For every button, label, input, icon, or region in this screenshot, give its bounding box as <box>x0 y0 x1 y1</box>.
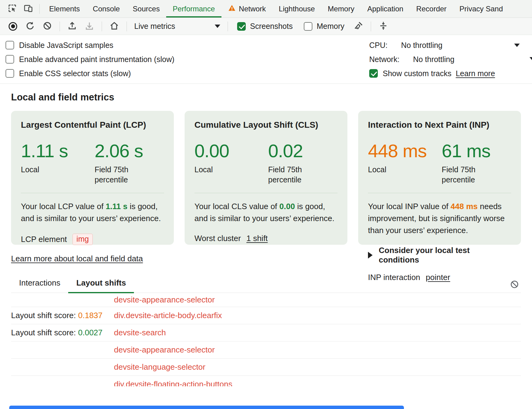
tab-label: Interactions <box>19 278 60 287</box>
tab-label: Lighthouse <box>279 5 315 13</box>
worst-cluster-shift-link[interactable]: 1 shift <box>246 234 268 243</box>
cls-field-label: Field 75th percentile <box>268 165 314 185</box>
tab-interactions[interactable]: Interactions <box>11 278 68 293</box>
devtools-tab-bar: Elements Console Sources Performance Net… <box>0 0 532 18</box>
live-metrics-home-button[interactable] <box>106 20 122 33</box>
advanced-paint-row[interactable]: Enable advanced paint instrumentation (s… <box>6 52 174 66</box>
reload-icon <box>25 21 35 32</box>
score-label: Layout shift score: <box>11 311 78 320</box>
custom-tracks-label: Show custom tracks <box>383 69 452 78</box>
broom-icon <box>354 21 363 32</box>
disable-js-samples-row[interactable]: Disable JavaScript samples <box>6 38 174 52</box>
device-toolbar-button[interactable] <box>20 0 36 18</box>
custom-tracks-learn-more-link[interactable]: Learn more <box>456 69 495 78</box>
score-value: 0.0027 <box>78 328 103 337</box>
memory-checkbox-row[interactable]: Memory <box>299 22 349 31</box>
node-link[interactable]: devsite-appearance-selector <box>114 345 215 355</box>
custom-tracks-row[interactable]: Show custom tracks Learn more <box>369 66 520 80</box>
inp-local-label: Local <box>368 165 414 175</box>
cpu-label: CPU: <box>369 41 388 50</box>
node-link[interactable]: devsite-search <box>114 328 166 337</box>
collect-garbage-button[interactable] <box>350 20 366 33</box>
tab-layout-shifts[interactable]: Layout shifts <box>68 278 134 293</box>
cls-card: Cumulative Layout Shift (CLS) 0.00 Local… <box>185 111 347 245</box>
separator <box>39 4 40 14</box>
table-row[interactable]: devsite-language-selector <box>11 359 521 376</box>
tab-performance[interactable]: Performance <box>166 0 221 18</box>
local-test-conditions-expander[interactable]: Consider your local test conditions <box>368 246 511 265</box>
panel-tabs: Elements Console Sources Performance Net… <box>43 0 509 18</box>
node-link[interactable]: div.devsite-floating-action-buttons <box>114 380 232 386</box>
node-link[interactable]: devsite-language-selector <box>114 362 205 372</box>
tab-label: Sources <box>133 5 160 13</box>
cls-desc-pre: Your local CLS value of <box>194 202 280 211</box>
local-field-metrics-heading: Local and field metrics <box>11 92 521 103</box>
lcp-local-label: Local <box>21 165 67 175</box>
tab-elements[interactable]: Elements <box>43 0 86 18</box>
tab-memory[interactable]: Memory <box>321 0 361 18</box>
divider <box>194 193 338 193</box>
separator <box>371 21 371 31</box>
inspect-element-button[interactable] <box>4 0 20 18</box>
save-profile-button[interactable] <box>81 20 97 33</box>
table-row[interactable]: Layout shift score: 0.1837 div.devsite-a… <box>11 307 521 324</box>
capture-options-left: Disable JavaScript samples Enable advanc… <box>6 38 174 80</box>
score-value: 0.1837 <box>78 311 103 320</box>
inp-field-value: 61 ms <box>442 140 490 162</box>
lcp-field-value: 2.06 s <box>95 140 143 162</box>
cls-local-label: Local <box>194 165 241 175</box>
disable-js-samples-checkbox[interactable] <box>6 41 14 49</box>
cpu-throttling-value: No throttling <box>401 41 443 50</box>
screenshots-checkbox-row[interactable]: Screenshots <box>232 22 298 31</box>
device-toolbar-icon <box>23 3 33 14</box>
block-icon <box>510 285 519 290</box>
lcp-element-node-link[interactable]: img <box>72 234 93 245</box>
tab-network[interactable]: Network <box>221 0 272 18</box>
tab-privacy-sandbox[interactable]: Privacy Sand <box>453 0 509 18</box>
tab-label: Memory <box>328 5 354 13</box>
record-button[interactable] <box>5 20 21 33</box>
inp-field-label: Field 75th percentile <box>442 165 488 185</box>
advanced-paint-checkbox[interactable] <box>6 55 14 64</box>
tab-lighthouse[interactable]: Lighthouse <box>272 0 321 18</box>
tab-console[interactable]: Console <box>86 0 126 18</box>
css-selector-stats-row[interactable]: Enable CSS selector stats (slow) <box>6 66 174 80</box>
lcp-desc-value: 1.11 s <box>106 202 127 211</box>
memory-checkbox[interactable] <box>304 22 312 31</box>
clear-log-button[interactable] <box>510 280 519 290</box>
chevron-down-icon <box>514 44 520 47</box>
separator <box>228 21 228 31</box>
history-dropdown[interactable]: Live metrics <box>131 20 223 33</box>
tab-sources[interactable]: Sources <box>126 0 166 18</box>
selection-scroll-bar[interactable] <box>9 406 404 409</box>
cpu-throttling-row[interactable]: CPU: No throttling <box>369 38 520 52</box>
lcp-card-title: Largest Contentful Paint (LCP) <box>21 120 164 130</box>
learn-more-local-field-link[interactable]: Learn more about local and field data <box>11 254 143 263</box>
record-and-reload-button[interactable] <box>22 20 38 33</box>
table-row[interactable]: devsite-appearance-selector <box>11 293 521 307</box>
inp-card-title: Interaction to Next Paint (INP) <box>368 120 511 130</box>
inp-interaction-link[interactable]: pointer <box>426 273 450 282</box>
tab-application[interactable]: Application <box>361 0 410 18</box>
score-cell: Layout shift score: 0.0027 <box>11 328 114 337</box>
custom-tracks-checkbox[interactable] <box>369 69 378 78</box>
css-selector-stats-checkbox[interactable] <box>6 69 14 78</box>
separator <box>102 21 102 31</box>
clear-button[interactable] <box>39 20 55 33</box>
vertical-align-icon <box>378 21 388 32</box>
tab-recorder[interactable]: Recorder <box>410 0 453 18</box>
network-label: Network: <box>369 55 400 64</box>
table-row[interactable]: Layout shift score: 0.0027 devsite-searc… <box>11 324 521 341</box>
node-link[interactable]: div.devsite-article-body.clearfix <box>114 311 222 320</box>
table-row[interactable]: devsite-appearance-selector <box>11 341 521 359</box>
capture-settings-button[interactable] <box>375 20 391 33</box>
tab-label: Recorder <box>416 5 447 13</box>
node-link[interactable]: devsite-appearance-selector <box>114 295 215 305</box>
network-throttling-row[interactable]: Network: No throttling <box>369 52 520 66</box>
capture-options-right: CPU: No throttling Network: No throttlin… <box>369 38 520 80</box>
screenshots-checkbox[interactable] <box>237 22 246 31</box>
table-row[interactable]: div.devsite-floating-action-buttons <box>11 376 521 386</box>
load-profile-button[interactable] <box>64 20 80 33</box>
inp-card: Interaction to Next Paint (INP) 448 ms L… <box>358 111 521 245</box>
local-test-conditions-label: Consider your local test conditions <box>379 246 511 265</box>
